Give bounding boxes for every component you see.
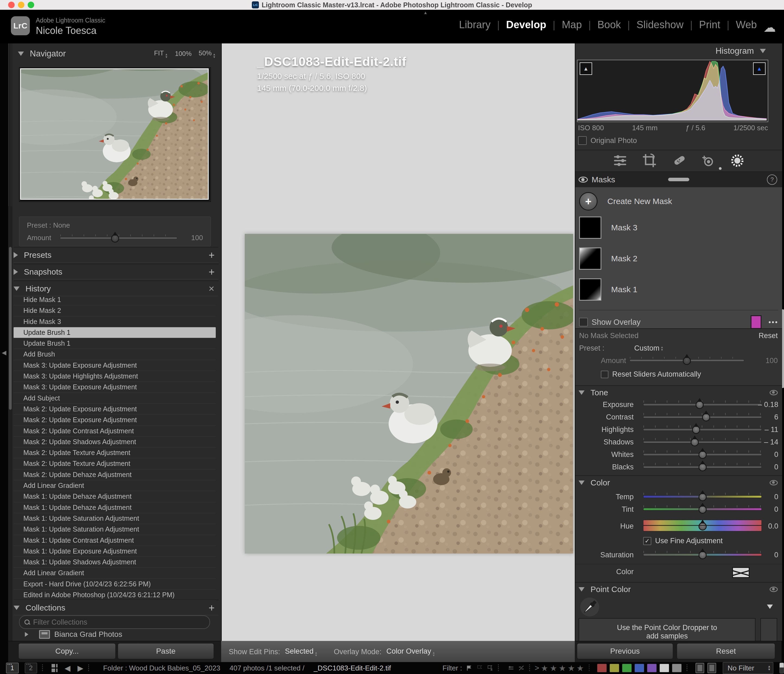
module-print[interactable]: Print <box>699 19 720 31</box>
saturation-knob[interactable] <box>698 551 707 559</box>
overlay-color-swatch[interactable] <box>751 315 761 329</box>
history-item[interactable]: Hide Mask 1 <box>14 294 216 305</box>
navigator-zoom-50-button[interactable]: 50%▲▼ <box>199 50 216 58</box>
healing-tool-icon[interactable] <box>672 154 686 168</box>
navigator-header[interactable]: Navigator FIT▲▼ 100% 50%▲▼ <box>18 46 216 62</box>
point-color-section-header[interactable]: Point Color <box>575 582 782 596</box>
crop-tool-icon[interactable] <box>642 154 656 168</box>
tint-slider[interactable] <box>643 508 762 510</box>
unedited-filter-icon[interactable] <box>518 664 524 672</box>
more-options-icon[interactable]: ••• <box>768 318 778 326</box>
history-item[interactable]: Mask 2: Update Exposure Adjustment <box>14 404 216 415</box>
module-develop[interactable]: Develop <box>506 19 546 31</box>
color-label-chip[interactable] <box>610 664 619 672</box>
eye-icon[interactable] <box>770 390 778 395</box>
module-map[interactable]: Map <box>562 19 582 31</box>
module-book[interactable]: Book <box>597 19 621 31</box>
history-item[interactable]: Mask 2: Update Exposure Adjustment <box>14 415 216 426</box>
history-item[interactable]: Mask 3: Update Exposure Adjustment <box>14 360 216 371</box>
mask-thumbnail[interactable] <box>579 247 601 270</box>
tone-section-header[interactable]: Tone <box>575 385 782 399</box>
thumb-size-icon-2[interactable] <box>708 663 716 673</box>
zoom-window-button[interactable] <box>28 2 34 8</box>
next-photo-arrow[interactable]: ▶ <box>78 664 84 672</box>
mask-preset-select[interactable]: Custom▲▼ <box>634 344 664 353</box>
history-item[interactable]: Add Linear Gradient <box>14 480 216 491</box>
original-photo-checkbox[interactable] <box>578 136 587 145</box>
blacks-knob[interactable] <box>698 463 707 471</box>
history-item[interactable]: Update Brush 1 <box>14 327 216 338</box>
history-item[interactable]: Update Brush 1 <box>14 338 216 349</box>
history-item[interactable]: Mask 1: Update Saturation Adjustment <box>14 513 216 524</box>
history-item[interactable]: Mask 1: Update Contrast Adjustment <box>14 535 216 546</box>
cloud-sync-icon[interactable]: ☁ <box>763 20 776 35</box>
eye-icon[interactable] <box>579 177 588 183</box>
point-color-sample-area[interactable]: Use the Point Color Dropper to add sampl… <box>579 618 756 641</box>
history-item[interactable]: Mask 1: Update Saturation Adjustment <box>14 524 216 535</box>
saturation-slider[interactable] <box>643 553 762 556</box>
help-icon[interactable]: ? <box>767 174 777 185</box>
history-item[interactable]: Mask 1: Update Exposure Adjustment <box>14 546 216 557</box>
color-label-filters[interactable] <box>594 664 682 672</box>
module-library[interactable]: Library <box>459 19 491 31</box>
add-snapshot-button[interactable]: + <box>209 266 215 278</box>
filter-preset-select[interactable]: No Filter ▲▼ <box>723 662 773 674</box>
mask-amount-slider[interactable] <box>630 359 744 362</box>
collections-section-header[interactable]: Collections + <box>14 599 218 615</box>
history-item[interactable]: Add Brush <box>14 349 216 360</box>
eye-icon[interactable] <box>770 587 778 592</box>
red-eye-tool-icon[interactable] <box>701 154 715 168</box>
flag-unflagged-icon[interactable] <box>477 664 483 672</box>
exposure-slider[interactable] <box>643 403 762 405</box>
masking-tool-icon[interactable] <box>730 154 744 168</box>
color-section-header[interactable]: Color <box>575 475 782 489</box>
left-scrollbar-thumb[interactable] <box>9 247 12 410</box>
minimize-window-button[interactable] <box>18 2 25 8</box>
hue-knob[interactable] <box>698 522 707 530</box>
thumb-size-icon-1[interactable] <box>695 663 704 673</box>
masks-panel-header[interactable]: Masks ? <box>575 171 782 188</box>
temp-slider[interactable] <box>643 495 762 498</box>
current-filename[interactable]: _DSC1083-Edit-Edit-2.tif <box>314 664 391 672</box>
drag-handle[interactable] <box>668 178 689 181</box>
star-icon[interactable]: ★ <box>559 664 566 672</box>
color-label-chip[interactable] <box>635 664 644 672</box>
point-color-dropper-button[interactable] <box>580 598 599 617</box>
folder-path[interactable]: Folder : Wood Duck Babies_05_2023 <box>103 664 220 672</box>
amount-slider[interactable] <box>60 237 177 239</box>
history-item[interactable]: Mask 2: Update Contrast Adjustment <box>14 426 216 436</box>
collapse-top-panel-arrow[interactable]: ▲ <box>423 10 428 15</box>
history-item[interactable]: Mask 2: Update Shadows Adjustment <box>14 436 216 447</box>
star-icon[interactable]: ★ <box>577 664 584 672</box>
star-icon[interactable]: ★ <box>568 664 575 672</box>
filter-switch[interactable] <box>779 663 784 674</box>
color-label-chip[interactable] <box>660 664 669 672</box>
history-item[interactable]: Mask 1: Update Dehaze Adjustment <box>14 502 216 513</box>
color-label-chip[interactable] <box>647 664 657 672</box>
add-collection-button[interactable]: + <box>209 602 215 614</box>
history-item[interactable]: Mask 1: Update Shadows Adjustment <box>14 557 216 568</box>
whites-slider[interactable] <box>643 453 762 455</box>
history-item[interactable]: Mask 2: Update Dehaze Adjustment <box>14 469 216 480</box>
module-web[interactable]: Web <box>736 19 757 31</box>
tint-knob[interactable] <box>698 505 707 514</box>
mask-reset-button[interactable]: Reset <box>759 332 778 340</box>
adjust-basic-tool-icon[interactable] <box>613 154 627 168</box>
amount-slider-knob[interactable] <box>111 235 119 242</box>
paste-button[interactable]: Paste <box>118 643 214 659</box>
mask-item[interactable]: Mask 2 <box>579 247 638 270</box>
histogram-header[interactable]: Histogram <box>575 43 766 58</box>
previous-photo-arrow[interactable]: ◀ <box>65 664 70 672</box>
history-item[interactable]: Export - Hard Drive (10/24/23 6:22:56 PM… <box>14 579 216 590</box>
main-photo[interactable] <box>245 234 573 553</box>
snapshots-section-header[interactable]: Snapshots + <box>14 264 218 280</box>
clear-history-button[interactable]: ✕ <box>208 284 215 294</box>
original-photo-row[interactable]: Original Photo <box>578 136 637 145</box>
edited-filter-icon[interactable] <box>508 664 514 672</box>
auto-reset-checkbox[interactable] <box>601 371 608 378</box>
eye-icon[interactable] <box>770 480 778 485</box>
close-window-button[interactable] <box>8 2 15 8</box>
color-label-chip[interactable] <box>672 664 682 672</box>
history-item[interactable]: Hide Mask 3 <box>14 316 216 327</box>
history-item[interactable]: Mask 2: Update Texture Adjustment <box>14 447 216 458</box>
